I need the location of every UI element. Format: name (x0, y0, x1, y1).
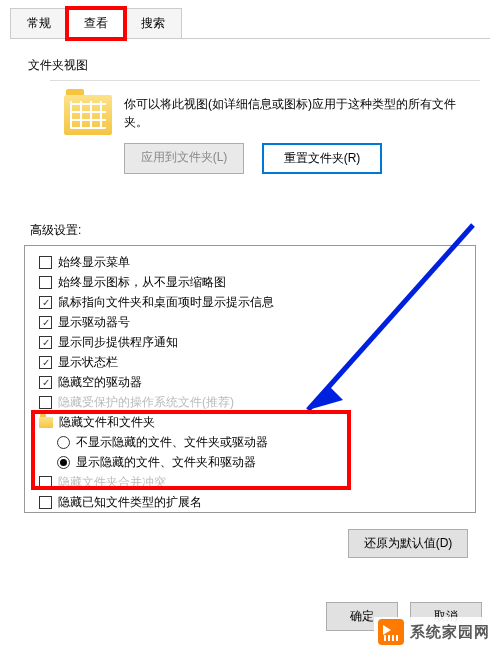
opt-hide-protected[interactable]: 隐藏受保护的操作系统文件(推荐) (39, 392, 475, 412)
checkbox-icon (39, 256, 52, 269)
opt-show-status-bar[interactable]: 显示状态栏 (39, 352, 475, 372)
radio-icon (57, 436, 70, 449)
checkbox-icon (39, 336, 52, 349)
watermark: 系统家园网 (374, 617, 494, 647)
opt-always-show-menu[interactable]: 始终显示菜单 (39, 252, 475, 272)
folder-icon (64, 95, 112, 135)
advanced-settings-box[interactable]: 始终显示菜单 始终显示图标，从不显示缩略图 鼠标指向文件夹和桌面项时显示提示信息… (24, 245, 476, 513)
opt-color-compressed[interactable]: 用彩色显示加密或压缩的 NTFS 文件 (39, 512, 475, 513)
checkbox-icon (39, 276, 52, 289)
checkbox-icon (39, 296, 52, 309)
checkbox-icon (39, 316, 52, 329)
watermark-text: 系统家园网 (410, 623, 490, 642)
checkbox-icon (39, 356, 52, 369)
opt-hide-empty-drives[interactable]: 隐藏空的驱动器 (39, 372, 475, 392)
checkbox-icon (39, 376, 52, 389)
folder-icon (39, 417, 53, 428)
opt-show-drive-letters[interactable]: 显示驱动器号 (39, 312, 475, 332)
apply-to-folders-button[interactable]: 应用到文件夹(L) (124, 143, 244, 174)
tab-strip: 常规 查看 搜索 (10, 8, 490, 39)
folder-view-box: 你可以将此视图(如详细信息或图标)应用于这种类型的所有文件夹。 应用到文件夹(L… (50, 80, 480, 188)
reset-folders-button[interactable]: 重置文件夹(R) (262, 143, 382, 174)
checkbox-icon (39, 496, 52, 509)
opt-show-sync-notify[interactable]: 显示同步提供程序通知 (39, 332, 475, 352)
radio-icon (57, 456, 70, 469)
watermark-logo-icon (378, 619, 404, 645)
opt-hide-extensions[interactable]: 隐藏已知文件类型的扩展名 (39, 492, 475, 512)
opt-radio-show[interactable]: 显示隐藏的文件、文件夹和驱动器 (57, 452, 475, 472)
checkbox-icon (39, 476, 52, 489)
opt-always-show-icons[interactable]: 始终显示图标，从不显示缩略图 (39, 272, 475, 292)
opt-radio-hide[interactable]: 不显示隐藏的文件、文件夹或驱动器 (57, 432, 475, 452)
tab-search[interactable]: 搜索 (124, 8, 182, 38)
advanced-settings-label: 高级设置: (30, 222, 490, 239)
folder-options-dialog: 常规 查看 搜索 文件夹视图 你可以将此视图(如详细信息或图标)应用于这种类型的… (0, 0, 500, 558)
folder-view-desc: 你可以将此视图(如详细信息或图标)应用于这种类型的所有文件夹。 (124, 95, 466, 131)
checkbox-icon (39, 396, 52, 409)
folder-view-label: 文件夹视图 (28, 57, 490, 74)
tab-general[interactable]: 常规 (10, 8, 68, 38)
opt-hidden-group: 隐藏文件和文件夹 (39, 412, 475, 432)
restore-defaults-button[interactable]: 还原为默认值(D) (348, 529, 468, 558)
tab-view[interactable]: 查看 (67, 8, 125, 39)
opt-pointer-tips[interactable]: 鼠标指向文件夹和桌面项时显示提示信息 (39, 292, 475, 312)
opt-hide-merge-conflict[interactable]: 隐藏文件夹合并冲突 (39, 472, 475, 492)
